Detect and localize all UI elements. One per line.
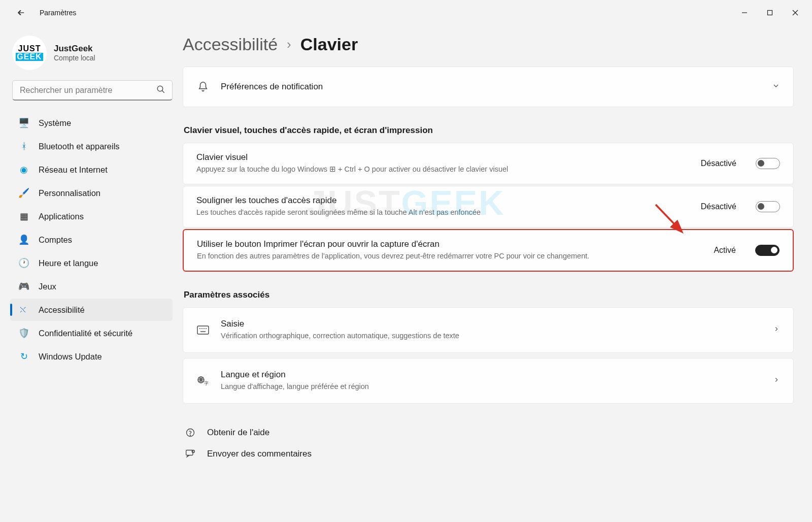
shield-icon: 🛡️ <box>18 328 29 339</box>
accessibility-icon: ⛌ <box>18 304 29 315</box>
main-content: Accessibilité › Clavier Préférences de n… <box>183 25 812 522</box>
svg-text:字: 字 <box>204 381 209 386</box>
update-icon: ↻ <box>18 351 29 362</box>
monitor-icon: 🖥️ <box>18 117 29 128</box>
related-card-typing[interactable]: Saisie Vérification orthographique, corr… <box>183 307 794 353</box>
section-title: Clavier visuel, touches d'accès rapide, … <box>184 125 794 136</box>
chevron-right-icon <box>773 376 780 385</box>
toggle-onscreen-keyboard[interactable] <box>756 158 780 169</box>
sidebar-item-accessibility[interactable]: ⛌Accessibilité <box>10 299 173 321</box>
language-icon: 字 <box>196 376 210 386</box>
section-title-related: Paramètres associés <box>184 290 794 300</box>
profile-subtitle: Compte local <box>54 54 95 62</box>
chevron-right-icon <box>773 325 780 335</box>
sidebar-item-windows-update[interactable]: ↻Windows Update <box>10 345 173 368</box>
breadcrumb-current: Clavier <box>300 35 358 54</box>
toggle-print-screen[interactable] <box>755 245 780 256</box>
profile[interactable]: JUST GEEK JustGeek Compte local <box>10 31 183 80</box>
breadcrumb: Accessibilité › Clavier <box>183 35 794 54</box>
wifi-icon: ◉ <box>18 164 29 175</box>
help-icon <box>185 427 196 438</box>
notification-preferences-card[interactable]: Préférences de notification <box>183 67 794 107</box>
chevron-down-icon <box>772 82 780 92</box>
nav: 🖥️Système ᚼBluetooth et appareils ◉Résea… <box>10 112 183 368</box>
sidebar: JUST GEEK JustGeek Compte local 🖥️Systèm… <box>0 25 183 522</box>
svg-point-16 <box>190 435 191 436</box>
svg-line-6 <box>656 205 681 231</box>
keyboard-icon <box>196 325 210 335</box>
feedback-link[interactable]: Envoyer des commentaires <box>183 443 794 465</box>
brush-icon: 🖌️ <box>18 187 29 199</box>
gamepad-icon: 🎮 <box>18 281 29 292</box>
sidebar-item-network[interactable]: ◉Réseau et Internet <box>10 158 173 181</box>
search-icon <box>156 85 165 96</box>
breadcrumb-parent[interactable]: Accessibilité <box>183 35 278 54</box>
close-button[interactable] <box>783 3 808 23</box>
sidebar-item-apps[interactable]: ▦Applications <box>10 205 173 227</box>
toggle-underline-access-keys[interactable] <box>756 201 780 212</box>
arrow-annotation-icon <box>653 202 688 237</box>
toggle-card-underline-access-keys: Souligner les touches d'accès rapide Les… <box>183 186 794 227</box>
person-icon: 👤 <box>18 234 29 245</box>
sidebar-item-time-language[interactable]: 🕐Heure et langue <box>10 252 173 274</box>
back-button[interactable] <box>10 3 30 23</box>
svg-rect-1 <box>768 11 772 15</box>
toggle-card-print-screen: Utiliser le bouton Imprimer l'écran pour… <box>183 229 794 272</box>
avatar: JUST GEEK <box>12 36 47 70</box>
sidebar-item-system[interactable]: 🖥️Système <box>10 112 173 134</box>
minimize-button[interactable] <box>732 3 757 23</box>
sidebar-item-personalization[interactable]: 🖌️Personnalisation <box>10 182 173 204</box>
sidebar-item-privacy[interactable]: 🛡️Confidentialité et sécurité <box>10 322 173 344</box>
svg-line-5 <box>162 90 164 93</box>
sidebar-item-gaming[interactable]: 🎮Jeux <box>10 275 173 298</box>
bell-icon <box>196 81 210 92</box>
bluetooth-icon: ᚼ <box>18 141 29 152</box>
apps-icon: ▦ <box>18 211 29 222</box>
svg-rect-7 <box>197 326 209 334</box>
feedback-icon <box>185 448 196 460</box>
svg-point-4 <box>157 86 163 91</box>
related-card-language-region[interactable]: 字 Langue et région Langue d'affichage, l… <box>183 358 794 404</box>
card-title: Préférences de notification <box>221 82 761 92</box>
search-input[interactable] <box>12 80 173 101</box>
svg-point-18 <box>192 450 194 453</box>
search-box <box>12 80 173 101</box>
breadcrumb-separator: › <box>287 37 291 52</box>
titlebar: Paramètres <box>0 0 812 25</box>
clock-icon: 🕐 <box>18 257 29 269</box>
profile-name: JustGeek <box>54 44 95 54</box>
toggle-card-onscreen-keyboard: Clavier visuel Appuyez sur la touche du … <box>183 143 794 184</box>
sidebar-item-accounts[interactable]: 👤Comptes <box>10 229 173 251</box>
app-title: Paramètres <box>40 9 76 17</box>
get-help-link[interactable]: Obtenir de l'aide <box>183 422 794 443</box>
maximize-button[interactable] <box>757 3 783 23</box>
sidebar-item-bluetooth[interactable]: ᚼBluetooth et appareils <box>10 135 173 157</box>
